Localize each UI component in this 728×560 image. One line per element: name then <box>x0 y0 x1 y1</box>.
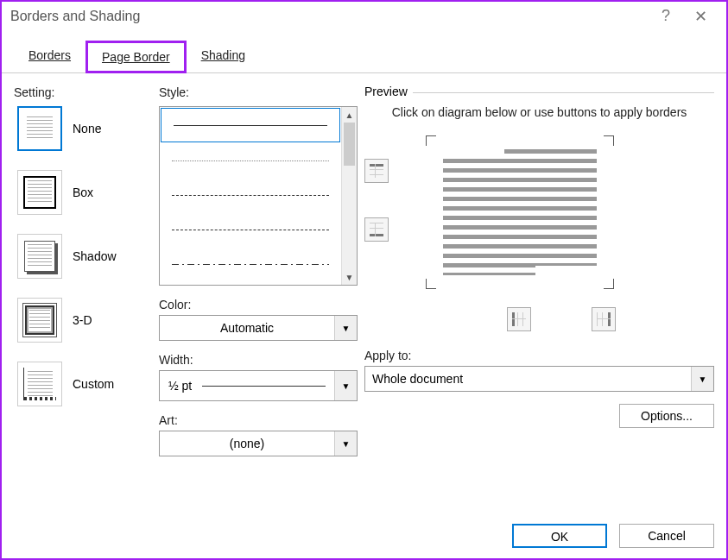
svg-rect-3 <box>375 164 376 178</box>
svg-rect-1 <box>370 169 383 170</box>
scroll-up-icon[interactable]: ▲ <box>342 107 357 123</box>
setting-none[interactable]: None <box>17 106 152 151</box>
width-value: ½ pt <box>168 379 192 393</box>
setting-custom-icon <box>17 362 62 406</box>
setting-none-label: None <box>73 122 101 135</box>
style-item-solid[interactable] <box>161 108 340 142</box>
preview-panel: Preview Click on diagram below or use bu… <box>364 85 714 456</box>
scroll-down-icon[interactable]: ▼ <box>342 269 357 285</box>
setting-shadow-icon <box>17 234 62 279</box>
color-label: Color: <box>159 298 358 311</box>
svg-rect-11 <box>512 318 526 319</box>
svg-rect-0 <box>370 164 383 167</box>
style-scrollbar[interactable]: ▲ ▼ <box>341 107 357 285</box>
setting-box-label: Box <box>73 186 93 199</box>
width-sample-line <box>202 386 326 387</box>
color-value: Automatic <box>160 321 334 335</box>
border-left-button[interactable] <box>507 307 531 331</box>
border-bottom-button[interactable] <box>364 217 389 242</box>
tab-shading[interactable]: Shading <box>187 41 260 73</box>
style-item-dotted[interactable] <box>160 143 341 178</box>
setting-3d[interactable]: 3-D <box>17 298 152 343</box>
chevron-down-icon[interactable]: ▼ <box>334 371 357 400</box>
svg-rect-15 <box>597 318 611 319</box>
preview-document-icon <box>443 149 597 275</box>
tab-page-border[interactable]: Page Border <box>85 41 187 73</box>
chevron-down-icon[interactable]: ▼ <box>334 316 357 340</box>
dialog-title: Borders and Shading <box>10 9 649 24</box>
corner-marker <box>426 135 436 146</box>
apply-to-label: Apply to: <box>364 349 714 362</box>
color-dropdown[interactable]: Automatic ▼ <box>159 315 358 341</box>
tab-borders[interactable]: Borders <box>14 41 85 73</box>
preview-hint: Click on diagram below or use buttons to… <box>364 98 714 126</box>
corner-marker <box>604 279 614 289</box>
width-dropdown[interactable]: ½ pt ▼ <box>159 370 358 401</box>
border-left-icon <box>512 312 526 326</box>
setting-shadow-label: Shadow <box>73 249 117 263</box>
chevron-down-icon[interactable]: ▼ <box>691 367 713 391</box>
apply-to-dropdown[interactable]: Whole document ▼ <box>364 366 714 392</box>
setting-custom-label: Custom <box>73 377 114 391</box>
style-panel: Style: ▲ ▼ Color: Automatic ▼ Width: <box>159 85 358 456</box>
art-value: (none) <box>160 437 334 450</box>
corner-marker <box>426 279 436 289</box>
setting-3d-icon <box>17 298 62 343</box>
scroll-thumb[interactable] <box>344 123 355 166</box>
border-bottom-icon <box>370 223 383 236</box>
titlebar: Borders and Shading ? ✕ <box>2 2 726 31</box>
tab-bar: Borders Page Border Shading <box>2 31 726 73</box>
corner-marker <box>604 135 614 146</box>
preview-diagram[interactable] <box>408 135 632 290</box>
svg-rect-4 <box>370 234 383 236</box>
ok-button[interactable]: OK <box>512 524 607 548</box>
border-right-icon <box>597 312 611 326</box>
setting-custom[interactable]: Custom <box>17 362 152 406</box>
setting-box[interactable]: Box <box>17 170 152 215</box>
setting-shadow[interactable]: Shadow <box>17 234 152 279</box>
svg-rect-2 <box>370 174 383 175</box>
svg-rect-5 <box>370 228 383 229</box>
art-label: Art: <box>159 413 358 427</box>
border-top-button[interactable] <box>364 159 389 183</box>
help-icon[interactable]: ? <box>649 7 683 25</box>
svg-rect-7 <box>375 223 376 236</box>
close-icon[interactable]: ✕ <box>683 7 718 26</box>
style-item-dashed-small[interactable] <box>160 178 341 212</box>
svg-rect-6 <box>370 223 383 223</box>
setting-none-icon <box>17 106 62 151</box>
art-dropdown[interactable]: (none) ▼ <box>159 431 358 456</box>
cancel-button[interactable]: Cancel <box>619 524 714 548</box>
apply-to-value: Whole document <box>365 372 691 386</box>
settings-panel: Setting: None Box Shadow 3-D <box>14 85 152 456</box>
chevron-down-icon[interactable]: ▼ <box>334 431 357 456</box>
style-item-dashed-medium[interactable] <box>160 212 341 247</box>
preview-label: Preview <box>364 85 413 98</box>
style-list: ▲ ▼ <box>159 106 358 286</box>
border-top-icon <box>370 164 383 178</box>
border-right-button[interactable] <box>592 307 616 331</box>
style-item-dash-dot[interactable] <box>160 247 341 281</box>
width-label: Width: <box>159 353 358 367</box>
setting-3d-label: 3-D <box>73 313 92 327</box>
settings-label: Setting: <box>14 85 152 99</box>
setting-box-icon <box>17 170 62 215</box>
style-label: Style: <box>159 85 358 99</box>
options-button[interactable]: Options... <box>619 404 714 428</box>
